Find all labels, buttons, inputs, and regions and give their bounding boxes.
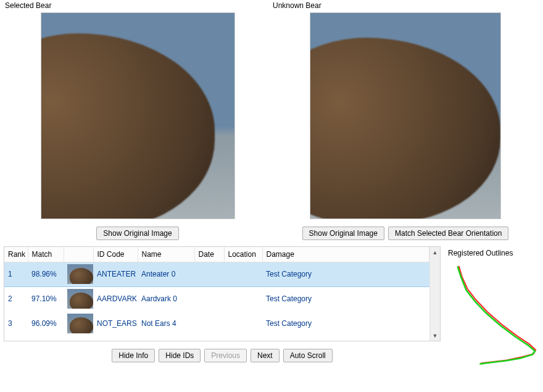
selected-bear-image (41, 12, 235, 219)
results-grid[interactable]: Rank Match ID Code Name Date Location Da… (4, 246, 441, 341)
registered-outlines-title: Registered Outlines (448, 249, 539, 257)
cell-rank: 3 (4, 311, 28, 336)
show-original-selected-button[interactable]: Show Original Image (96, 227, 178, 240)
col-id[interactable]: ID Code (93, 247, 138, 262)
col-rank[interactable]: Rank (4, 247, 28, 262)
cell-id: ANTEATER (93, 262, 138, 286)
hide-info-button[interactable]: Hide Info (112, 349, 155, 362)
cell-date (194, 286, 224, 311)
registered-outlines-plot (448, 261, 539, 369)
table-row[interactable]: 297.10%AARDVARKAardvark 0Test Category (4, 286, 429, 311)
col-thumb[interactable] (64, 247, 93, 262)
match-orientation-button[interactable]: Match Selected Bear Orientation (388, 227, 508, 240)
next-button[interactable]: Next (251, 349, 280, 362)
unknown-bear-image (310, 12, 501, 219)
selected-bear-panel: Selected Bear Show Original Image (4, 1, 272, 246)
hide-ids-button[interactable]: Hide IDs (159, 349, 201, 362)
cell-date (194, 262, 224, 286)
cell-id: AARDVARK (93, 286, 138, 311)
cell-damage: Test Category (262, 262, 429, 286)
previous-button: Previous (204, 349, 247, 362)
auto-scroll-button[interactable]: Auto Scroll (283, 349, 333, 362)
bear-thumbnail (67, 264, 93, 284)
cell-location (224, 286, 262, 311)
cell-match: 97.10% (28, 286, 64, 311)
registered-outlines-panel: Registered Outlines (441, 246, 539, 369)
scroll-down-icon[interactable]: ▼ (430, 330, 440, 341)
selected-bear-title: Selected Bear (5, 1, 272, 10)
cell-thumb (64, 262, 93, 286)
cell-name: Aardvark 0 (138, 286, 194, 311)
cell-name: Not Ears 4 (138, 311, 194, 336)
cell-match: 96.09% (28, 311, 64, 336)
table-row[interactable]: 396.09%NOT_EARSNot Ears 4Test Category (4, 311, 429, 336)
scroll-up-icon[interactable]: ▲ (430, 247, 440, 257)
cell-location (224, 311, 262, 336)
results-scrollbar[interactable]: ▲ ▼ (429, 247, 440, 341)
cell-location (224, 262, 262, 286)
col-date[interactable]: Date (194, 247, 224, 262)
col-location[interactable]: Location (224, 247, 262, 262)
cell-match: 98.96% (28, 262, 64, 286)
col-damage[interactable]: Damage (262, 247, 429, 262)
table-row[interactable]: 198.96%ANTEATERAnteater 0Test Category (4, 262, 429, 286)
results-area: Rank Match ID Code Name Date Location Da… (4, 246, 441, 369)
unknown-bear-title: Unknown Bear (273, 1, 539, 10)
col-name[interactable]: Name (138, 247, 194, 262)
col-match[interactable]: Match (28, 247, 64, 262)
cell-id: NOT_EARS (93, 311, 138, 336)
bear-thumbnail (67, 289, 93, 309)
results-header-row: Rank Match ID Code Name Date Location Da… (4, 247, 429, 262)
bear-thumbnail (67, 314, 93, 333)
unknown-bear-panel: Unknown Bear Show Original Image Match S… (272, 1, 539, 246)
cell-thumb (64, 286, 93, 311)
cell-thumb (64, 311, 93, 336)
cell-damage: Test Category (262, 311, 429, 336)
cell-rank: 1 (4, 262, 28, 286)
show-original-unknown-button[interactable]: Show Original Image (302, 227, 384, 240)
cell-date (194, 311, 224, 336)
cell-rank: 2 (4, 286, 28, 311)
cell-name: Anteater 0 (138, 262, 194, 286)
cell-damage: Test Category (262, 286, 429, 311)
